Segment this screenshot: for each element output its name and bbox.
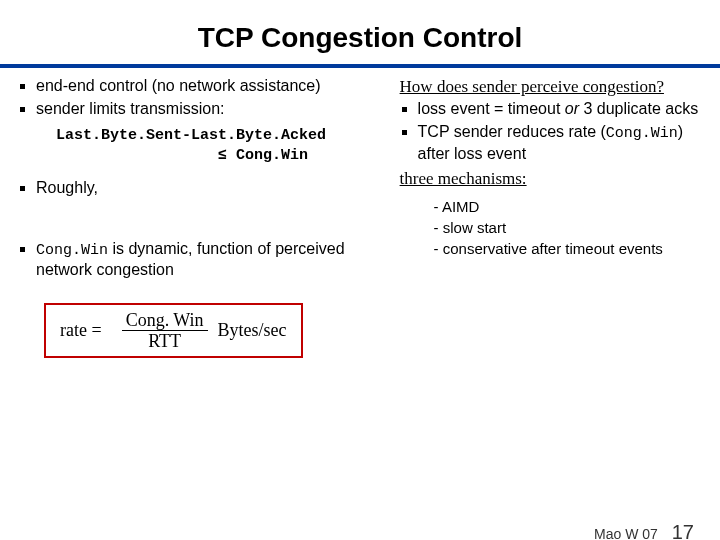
congwin-code: Cong.Win [36,242,108,259]
left-bullets-2: Roughly, [36,178,388,199]
slide-title: TCP Congestion Control [0,22,720,54]
left-bullet-2: sender limits transmission: [36,99,388,120]
content-area: end-end control (no network assistance) … [0,76,720,358]
rb1-pre: loss event = timeout [418,100,565,117]
rate-denominator: RTT [148,331,181,350]
right-column: How does sender perceive congestion? los… [398,76,702,358]
mech-3: conservative after timeout events [434,238,702,259]
rb2-code: Cong.Win [606,125,678,142]
right-bullets: loss event = timeout or 3 duplicate acks… [418,99,702,164]
code-line-2: ≤ Cong.Win [56,146,388,166]
mechanisms-heading: three mechanisms: [400,168,702,189]
mechanisms-list: AIMD slow start conservative after timeo… [434,196,702,259]
footer-course: Mao W 07 [594,526,658,540]
right-bullet-1: loss event = timeout or 3 duplicate acks [418,99,702,120]
question-heading: How does sender perceive congestion? [400,76,702,97]
mech-2: slow start [434,217,702,238]
inequality-code: Last.Byte.Sent-Last.Byte.Acked ≤ Cong.Wi… [56,126,388,167]
slide-footer: Mao W 07 17 [594,521,694,540]
right-bullet-2: TCP sender reduces rate (Cong.Win) after… [418,122,702,164]
rb1-or: or [565,100,579,117]
rb1-post: 3 duplicate acks [579,100,698,117]
footer-page-number: 17 [672,521,694,540]
rate-fraction: Cong. Win RTT [122,311,208,350]
mech-1: AIMD [434,196,702,217]
rate-numerator: Cong. Win [122,311,208,331]
rate-lhs: rate = [60,320,102,341]
left-bullet-4: Cong.Win is dynamic, function of perceiv… [36,239,388,281]
rb2-pre: TCP sender reduces rate ( [418,123,606,140]
left-bullet-1: end-end control (no network assistance) [36,76,388,97]
rate-formula-box: rate = Cong. Win RTT Bytes/sec [44,303,303,358]
left-bullets: end-end control (no network assistance) … [36,76,388,120]
left-bullet-3: Roughly, [36,178,388,199]
code-line-1: Last.Byte.Sent-Last.Byte.Acked [56,126,388,146]
left-column: end-end control (no network assistance) … [18,76,398,358]
left-bullets-3: Cong.Win is dynamic, function of perceiv… [36,239,388,281]
title-rule [0,64,720,68]
rate-unit: Bytes/sec [218,320,287,341]
